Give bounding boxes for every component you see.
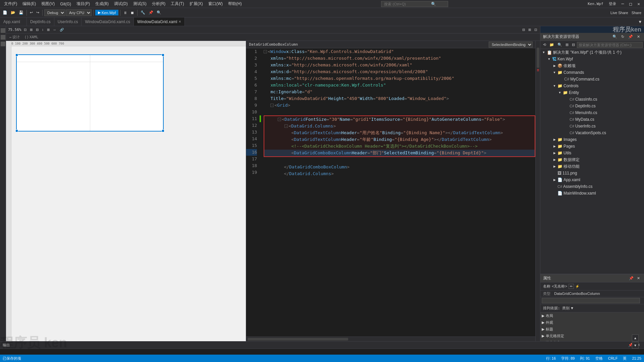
designer-btn-6[interactable]: ↔ <box>52 28 57 32</box>
menu-window[interactable]: 窗口(W) <box>206 0 225 7</box>
handle-tr[interactable] <box>162 54 164 56</box>
tree-kenwpf[interactable]: ▼ 🏗 Ken.Wpf <box>540 56 644 62</box>
tree-vacationspots[interactable]: C# VacationSpots.cs <box>540 130 644 136</box>
expand-dep[interactable]: ▶ <box>552 64 556 68</box>
tree-entity[interactable]: ▼ 📁 Entity <box>540 89 644 96</box>
expand-entity[interactable]: ▼ <box>558 91 562 95</box>
toolbar-undo-btn[interactable]: ↩ <box>29 10 34 15</box>
tree-pages[interactable]: ▶ 📁 Pages <box>540 143 644 150</box>
xaml-tab[interactable]: ⟨⟩ XAML <box>22 34 41 40</box>
menu-edit[interactable]: 编辑(E) <box>20 0 39 7</box>
tree-classinfo[interactable]: C# ClassInfo.cs <box>540 96 644 103</box>
menu-test[interactable]: 测试(S) <box>130 0 149 7</box>
sol-btn-2[interactable]: 📁 <box>548 42 555 48</box>
props-nav-up[interactable]: ▲ <box>632 334 639 341</box>
tree-mydata[interactable]: C# MyData.cs <box>540 116 644 123</box>
code-editor-scroll[interactable]: 1 2 3 4 5 6 7 8 9 10 11 <box>246 48 535 337</box>
toolbar-btn-5[interactable]: ⏸ <box>122 10 128 15</box>
expand-mobilefunc[interactable]: ▶ <box>552 164 556 168</box>
debug-config-dropdown[interactable]: Debug <box>44 9 65 16</box>
tab-userinfo[interactable]: UserInfo.cs <box>54 17 82 26</box>
design-tab[interactable]: ✏ 设计 <box>7 34 22 40</box>
toolbar-redo-btn[interactable]: ↪ <box>35 10 41 15</box>
gutter-icon-1[interactable] <box>1 28 5 33</box>
tree-assemblyinfo[interactable]: C# AssemblyInfo.cs <box>540 183 644 190</box>
expand-images[interactable]: ▶ <box>552 138 556 142</box>
login-btn[interactable]: 登录 <box>606 1 619 6</box>
tab-windowdatagrid-xaml[interactable]: WindowDataGrid.xaml ✕ <box>134 17 185 26</box>
prop-cat-cell[interactable]: ▶ 单元格排定 <box>540 332 644 339</box>
panel-pin-btn[interactable]: 📌 <box>627 34 634 40</box>
sol-btn-1[interactable]: ⟲ <box>542 42 547 48</box>
expand-commands[interactable]: ▼ <box>552 70 556 74</box>
prop-cat-layout[interactable]: ▶ 布局 <box>540 312 644 319</box>
handle-tl[interactable] <box>15 54 18 56</box>
code-v-scroll-thumb[interactable] <box>537 48 539 68</box>
tab-close-icon[interactable]: ✕ <box>178 20 181 23</box>
minimize-btn[interactable]: ─ <box>619 1 627 6</box>
sol-btn-4[interactable]: ⊞ <box>564 42 570 48</box>
tree-images[interactable]: ▶ 📁 Images <box>540 136 644 143</box>
tree-solution-root[interactable]: ▼ 📋 解决方案 "Ken.Wpf" (1 个项目/共 1 个) <box>540 49 644 56</box>
expand-solution[interactable]: ▼ <box>542 50 546 54</box>
collapse-12[interactable]: - <box>284 124 288 128</box>
tree-mycommand[interactable]: C# MyCommand.cs <box>540 76 644 83</box>
code-h-scrollbar[interactable] <box>246 337 535 341</box>
gutter-icon-3[interactable] <box>1 42 5 46</box>
tab-overflow-btn[interactable]: ▼ <box>636 17 644 26</box>
split-full-btn[interactable]: ⊡ <box>533 28 538 32</box>
code-h-scroll-thumb[interactable] <box>248 338 348 341</box>
toolbar-btn-7[interactable]: 🔧 <box>139 10 147 15</box>
toolbar-btn-9[interactable]: 🔍 <box>155 10 163 15</box>
code-v-scrollbar[interactable] <box>535 41 540 341</box>
gutter-icon-2[interactable] <box>1 35 5 40</box>
toolbar-btn-8[interactable]: 📌 <box>147 10 155 15</box>
toolbar-open-btn[interactable]: 📂 <box>9 10 17 15</box>
snap-lines-btn[interactable]: ⊟ <box>35 28 40 32</box>
expand-utils[interactable]: ▶ <box>552 151 556 155</box>
sol-search-input[interactable] <box>577 42 643 48</box>
collapse-11[interactable]: - <box>278 118 281 121</box>
tree-mobilefunc[interactable]: ▶ 📁 移动功能 <box>540 163 644 170</box>
props-edit-name-btn[interactable]: ✏ <box>569 284 574 289</box>
expand-pages[interactable]: ▶ <box>552 144 556 148</box>
sol-btn-5[interactable]: ⊟ <box>571 42 576 48</box>
maximize-btn[interactable]: □ <box>627 1 635 6</box>
designer-btn-7[interactable]: 🔗 <box>59 28 65 32</box>
cpu-dropdown[interactable]: Any CPU <box>66 9 92 16</box>
toolbar-btn-6[interactable]: ⏹ <box>129 10 136 15</box>
toolbar-new-btn[interactable]: 📄 <box>1 10 9 15</box>
menu-project[interactable]: 项目(P) <box>74 0 93 7</box>
snap-grid-btn[interactable]: ⊞ <box>29 28 34 32</box>
live-share-btn[interactable]: Live Share <box>609 10 630 15</box>
split-horizontal-btn[interactable]: ⊟ <box>521 28 526 32</box>
tree-commands[interactable]: ▼ 📁 Commands <box>540 69 644 76</box>
global-search-input[interactable] <box>384 2 431 6</box>
handle-br[interactable] <box>162 130 164 132</box>
tree-userinfo[interactable]: C# UserInfo.cs <box>540 123 644 130</box>
collapse-1[interactable]: - <box>264 50 267 53</box>
tree-deptinfo[interactable]: C# DeptInfo.cs <box>540 103 644 109</box>
close-btn[interactable]: ✕ <box>635 1 643 6</box>
run-button[interactable]: ▶ Ken.Wpf <box>95 10 118 15</box>
tree-appxaml[interactable]: ▶ 📄 App.xaml <box>540 176 644 183</box>
member-dropdown[interactable]: SelectedItemBinding <box>489 42 533 48</box>
expand-controls[interactable]: ▼ <box>552 84 556 88</box>
designer-btn-5[interactable]: ⊞ <box>46 28 51 32</box>
menu-view[interactable]: 视图(V) <box>39 0 57 7</box>
props-search-input[interactable] <box>542 298 640 303</box>
menu-analyze[interactable]: 分析(R) <box>149 0 168 7</box>
toolbar-btn-share[interactable]: Share <box>630 10 643 15</box>
tree-mainwindow[interactable]: 📄 MainWindow.xaml <box>540 190 644 197</box>
tab-deptinfo[interactable]: DeptInfo.cs <box>27 17 54 26</box>
props-event-btn[interactable]: ⚡ <box>575 285 579 288</box>
prop-cat-brush[interactable]: ▶ 标题 <box>540 326 644 332</box>
toolbar-save-btn[interactable]: 💾 <box>17 10 25 15</box>
tab-app-xaml[interactable]: App.xaml <box>0 17 27 26</box>
split-vertical-btn[interactable]: ⊞ <box>527 28 532 32</box>
sol-btn-3[interactable]: 🔍 <box>556 42 564 48</box>
tree-utils[interactable]: ▶ 📁 Utils <box>540 150 644 156</box>
expand-kenwpf[interactable]: ▼ <box>547 57 551 61</box>
tab-windowdatagrid-cs[interactable]: WindowDataGrid.xaml.cs <box>82 17 134 26</box>
tree-controls[interactable]: ▼ 📁 Controls <box>540 83 644 89</box>
